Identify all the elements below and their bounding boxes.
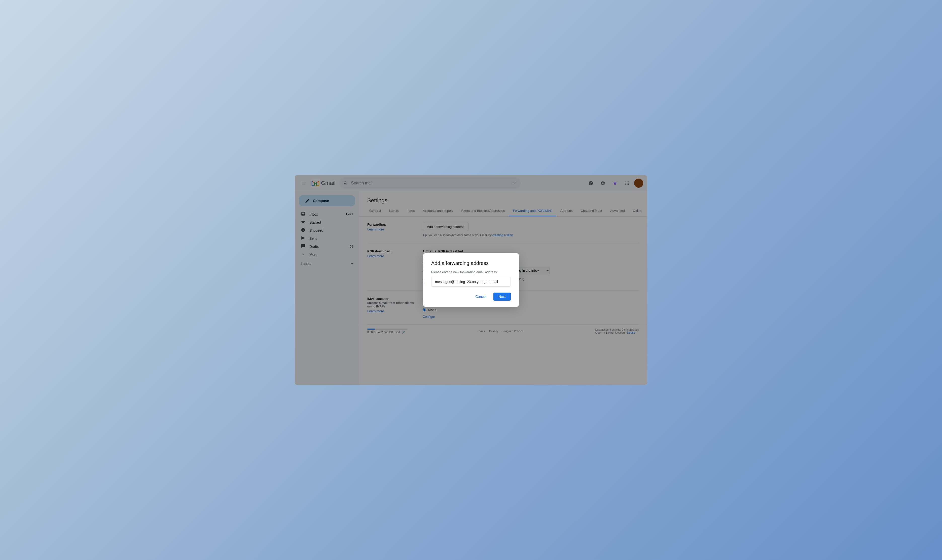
dialog-title: Add a forwarding address (431, 260, 511, 266)
forwarding-email-input[interactable] (431, 277, 511, 286)
dialog-subtitle: Please enter a new forwarding email addr… (431, 270, 511, 274)
next-button[interactable]: Next (493, 292, 511, 301)
dialog-actions: Cancel Next (431, 292, 511, 301)
modal-overlay: Add a forwarding address Please enter a … (295, 175, 647, 385)
add-forwarding-dialog: Add a forwarding address Please enter a … (423, 253, 519, 307)
app-container: Gmail (295, 175, 647, 385)
cancel-button[interactable]: Cancel (472, 292, 491, 301)
